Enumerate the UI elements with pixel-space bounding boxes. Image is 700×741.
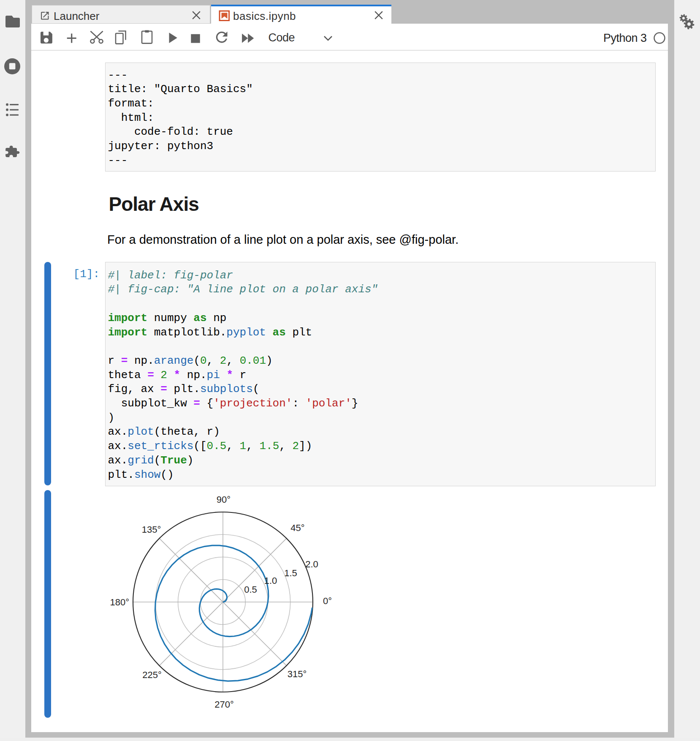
svg-text:90°: 90°: [217, 494, 231, 505]
svg-text:0°: 0°: [323, 596, 332, 606]
svg-text:0.5: 0.5: [244, 584, 257, 595]
svg-text:45°: 45°: [290, 523, 304, 533]
svg-text:135°: 135°: [142, 524, 161, 535]
svg-text:1.5: 1.5: [284, 568, 297, 578]
svg-text:225°: 225°: [142, 670, 162, 680]
svg-text:180°: 180°: [110, 597, 129, 608]
svg-text:315°: 315°: [288, 669, 307, 679]
svg-text:2.0: 2.0: [305, 559, 318, 569]
svg-text:270°: 270°: [214, 699, 234, 710]
svg-text:1.0: 1.0: [264, 575, 277, 586]
